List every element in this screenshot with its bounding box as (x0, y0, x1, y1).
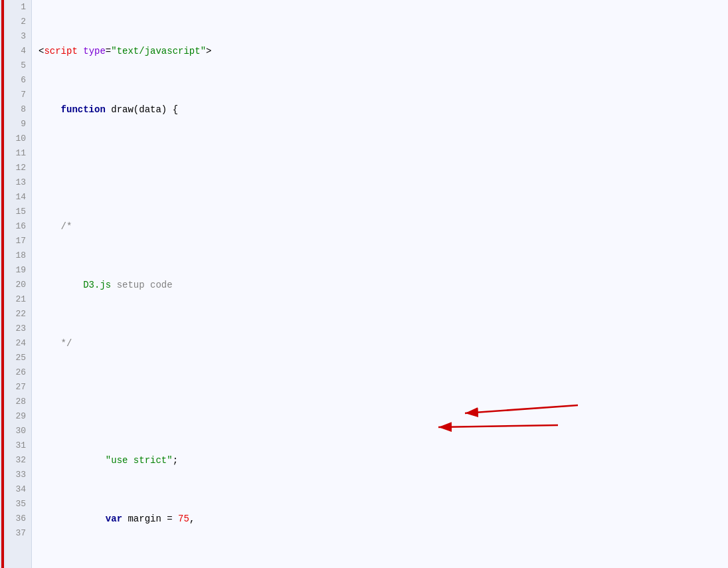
code-line-7 (39, 395, 728, 409)
code-line-8: "use strict"; (39, 453, 728, 468)
code-line-4: /* (39, 219, 728, 234)
code-line-5: D3.js setup code (39, 278, 728, 292)
code-editor: 1 2 3 4 5 6 7 8 9 10 11 12 13 14 15 16 1… (0, 0, 728, 568)
code-line-3 (39, 161, 728, 175)
code-lines[interactable]: <script type="text/javascript"> function… (32, 0, 728, 568)
code-area: 1 2 3 4 5 6 7 8 9 10 11 12 13 14 15 16 1… (0, 0, 728, 568)
code-line-6: */ (39, 336, 728, 351)
left-bar (0, 0, 5, 568)
code-line-1: <script type="text/javascript"> (39, 44, 728, 58)
code-line-9: var margin = 75, (39, 512, 728, 526)
code-line-2: function draw(data) { (39, 102, 728, 117)
